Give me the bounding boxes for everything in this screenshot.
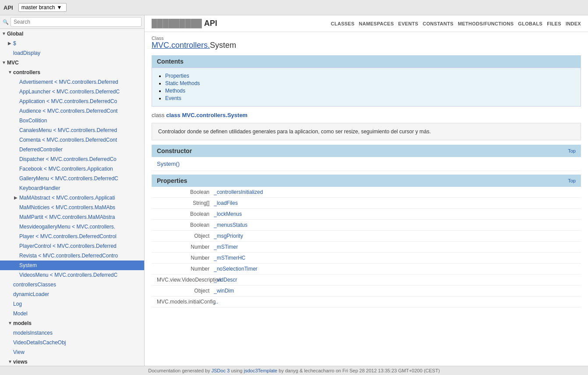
sidebar-link[interactable]: MaMAbstract < MVC.controllers.Applicati <box>19 194 115 202</box>
sidebar-item[interactable]: VideoDetailsCacheObj <box>0 338 144 347</box>
sidebar-link[interactable]: MaMNoticies < MVC.controllers.MaMAbs <box>19 204 115 211</box>
sidebar-item[interactable]: VideosMenu < MVC.controllers.DeferredC <box>0 270 144 280</box>
sidebar-link[interactable]: modelsInstances <box>13 329 53 337</box>
sidebar-item[interactable]: BoxCollition <box>0 116 144 125</box>
sidebar-link[interactable]: AppLauncher < MVC.controllers.DeferredC <box>19 88 120 96</box>
sidebar-item[interactable]: PlayerControl < MVC.controllers.Deferred <box>0 241 144 251</box>
sidebar-link[interactable]: VideoDetailsCacheObj <box>13 339 66 346</box>
class-full-name-link[interactable]: class MVC.controllers.System <box>166 112 248 118</box>
sidebar-link[interactable]: KeyboardHandler <box>19 184 60 192</box>
nav-links: CLASSES NAMESPACES EVENTS CONSTANTS METH… <box>331 21 581 26</box>
sidebar-item[interactable]: CanalesMenu < MVC.controllers.Deferred <box>0 125 144 135</box>
sidebar-item[interactable]: Dispatcher < MVC.controllers.DeferredCo <box>0 154 144 164</box>
sidebar-item[interactable]: ▼ views <box>0 357 144 366</box>
sidebar-item[interactable]: Audience < MVC.controllers.DeferredCont <box>0 106 144 116</box>
class-namespace-link[interactable]: MVC.controllers. <box>152 41 210 50</box>
nav-classes[interactable]: CLASSES <box>331 21 354 26</box>
sidebar-link[interactable]: PlayerControl < MVC.controllers.Deferred <box>19 242 117 250</box>
nav-globals[interactable]: GLOBALS <box>518 21 542 26</box>
sidebar-item[interactable]: controllersClasses <box>0 280 144 289</box>
contents-static-methods-link[interactable]: Static Methods <box>165 80 200 86</box>
nav-namespaces[interactable]: NAMESPACES <box>359 21 394 26</box>
sidebar-item[interactable]: MaMPartit < MVC.controllers.MaMAbstra <box>0 212 144 222</box>
sidebar-item[interactable]: AppLauncher < MVC.controllers.DeferredC <box>0 87 144 96</box>
prop-link[interactable]: _vidDescr <box>214 277 237 283</box>
constructor-method-link[interactable]: System() <box>157 161 180 167</box>
sidebar-link[interactable]: MaMPartit < MVC.controllers.MaMAbstra <box>19 213 115 221</box>
contents-properties-link[interactable]: Properties <box>165 73 189 79</box>
sidebar-link[interactable]: BoxCollition <box>19 117 47 125</box>
nav-events[interactable]: EVENTS <box>398 21 418 26</box>
sidebar-link[interactable]: Facebook < MVC.controllers.Application <box>19 165 113 173</box>
class-name: MVC.controllers.System <box>152 41 581 50</box>
sidebar-link[interactable]: DeferredController <box>19 146 63 154</box>
sidebar-link[interactable]: Revista < MVC.controllers.DeferredContro <box>19 252 118 260</box>
branch-selector[interactable]: master branch ▼ <box>18 3 67 12</box>
sidebar-item[interactable]: View <box>0 347 144 357</box>
sidebar-link[interactable]: Player < MVC.controllers.DeferredControl <box>19 232 117 240</box>
sidebar-link[interactable]: $ <box>13 39 16 47</box>
sidebar-link[interactable]: VideosMenu < MVC.controllers.DeferredC <box>19 271 117 279</box>
sidebar-link[interactable]: dynamicLoader <box>13 290 49 298</box>
sidebar-item[interactable]: GalleryMenu < MVC.controllers.DeferredC <box>0 174 144 183</box>
sidebar-link[interactable]: Comenta < MVC.controllers.DeferredCont <box>19 136 117 144</box>
sidebar-item[interactable]: ▼ controllers <box>0 68 144 77</box>
tree-arrow-placeholder <box>14 213 19 221</box>
sidebar-item[interactable]: MesvideogalleryMenu < MVC.controllers. <box>0 222 144 232</box>
sidebar-item[interactable]: dynamicLoader <box>0 289 144 299</box>
prop-link[interactable]: _loadFiles <box>214 200 238 206</box>
sidebar-item[interactable]: ▶ MaMAbstract < MVC.controllers.Applicat… <box>0 193 144 203</box>
prop-name: _msgPriority <box>214 233 243 239</box>
sidebar-item[interactable]: Application < MVC.controllers.DeferredCo <box>0 96 144 106</box>
search-input[interactable] <box>11 17 142 27</box>
nav-methods-functions[interactable]: METHODS/FUNCTIONS <box>458 21 514 26</box>
sidebar-item[interactable]: ▶ $ <box>0 39 144 48</box>
prop-link[interactable]: _controllersInitialized <box>214 189 263 195</box>
sidebar-link[interactable]: View <box>13 348 25 356</box>
sidebar-link[interactable]: Dispatcher < MVC.controllers.DeferredCo <box>19 155 117 163</box>
sidebar-item[interactable]: Facebook < MVC.controllers.Application <box>0 164 144 174</box>
nav-constants[interactable]: CONSTANTS <box>423 21 453 26</box>
prop-link[interactable]: _winDim <box>214 288 234 294</box>
sidebar-item[interactable]: Comenta < MVC.controllers.DeferredCont <box>0 135 144 145</box>
prop-link[interactable]: _mSTimerHC <box>214 255 245 261</box>
contents-events-link[interactable]: Events <box>165 95 181 101</box>
sidebar-item[interactable]: Model <box>0 309 144 318</box>
nav-files[interactable]: FILES <box>547 21 561 26</box>
footer-template-link[interactable]: jsdoc3Template <box>244 368 277 373</box>
prop-link[interactable]: _menusStatus <box>214 222 248 228</box>
sidebar-item[interactable]: ▼ models <box>0 318 144 328</box>
sidebar-link[interactable]: controllersClasses <box>13 281 56 289</box>
sidebar-link[interactable]: GalleryMenu < MVC.controllers.DeferredC <box>19 175 118 182</box>
sidebar-item[interactable]: loadDisplay <box>0 48 144 58</box>
footer-jsdoc-link[interactable]: JSDoc 3 <box>212 368 230 373</box>
sidebar-item[interactable]: Player < MVC.controllers.DeferredControl <box>0 232 144 241</box>
prop-link[interactable]: _msgPriority <box>214 233 243 239</box>
sidebar-link[interactable]: CanalesMenu < MVC.controllers.Deferred <box>19 126 117 134</box>
sidebar-link[interactable]: Model <box>13 310 28 318</box>
sidebar-link[interactable]: MesvideogalleryMenu < MVC.controllers. <box>19 223 115 231</box>
prop-link[interactable]: _mSTimer <box>214 244 238 250</box>
sidebar-item[interactable]: Log <box>0 299 144 309</box>
prop-link[interactable]: ... <box>214 299 218 305</box>
sidebar-link[interactable]: Audience < MVC.controllers.DeferredCont <box>19 107 117 115</box>
sidebar-item[interactable]: MaMNoticies < MVC.controllers.MaMAbs <box>0 203 144 212</box>
sidebar-link[interactable]: Application < MVC.controllers.DeferredCo <box>19 97 117 105</box>
sidebar-item[interactable]: Revista < MVC.controllers.DeferredContro <box>0 251 144 261</box>
sidebar-item[interactable]: KeyboardHandler <box>0 183 144 193</box>
sidebar-item[interactable]: Advertisement < MVC.controllers.Deferred <box>0 77 144 87</box>
prop-link[interactable]: _noSelectionTimer <box>214 266 258 272</box>
constructor-top-link[interactable]: Top <box>568 148 576 154</box>
sidebar-item[interactable]: DeferredController <box>0 145 144 154</box>
sidebar-item[interactable]: ▼ Global <box>0 29 144 39</box>
contents-methods-link[interactable]: Methods <box>165 88 185 94</box>
sidebar-item[interactable]: System <box>0 261 144 270</box>
sidebar-item[interactable]: modelsInstances <box>0 328 144 338</box>
sidebar-link[interactable]: loadDisplay <box>13 49 40 57</box>
sidebar-item[interactable]: ▼ MVC <box>0 58 144 68</box>
prop-link[interactable]: _lockMenus <box>214 211 242 217</box>
properties-top-link[interactable]: Top <box>568 178 576 183</box>
nav-index[interactable]: INDEX <box>566 21 581 26</box>
sidebar-link[interactable]: Log <box>13 300 22 308</box>
sidebar-link[interactable]: Advertisement < MVC.controllers.Deferred <box>19 78 118 86</box>
